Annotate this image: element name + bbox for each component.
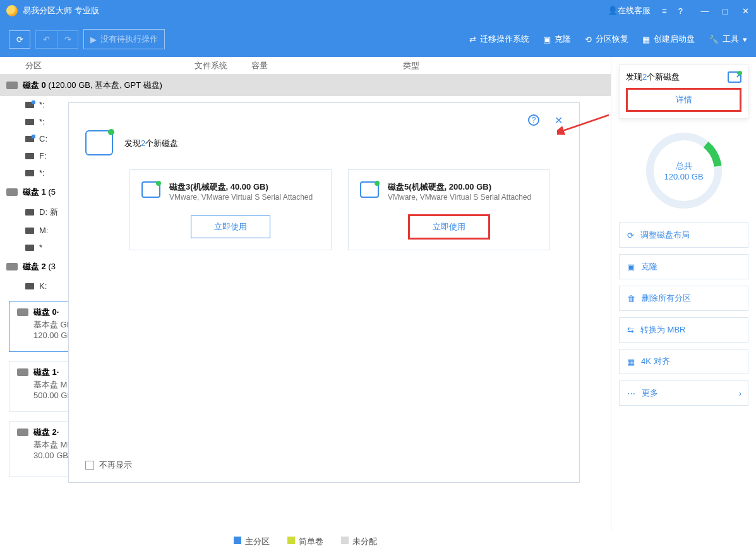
clone-icon: ▣	[627, 262, 635, 272]
pending-ops: ▶ 没有待执行操作	[83, 29, 165, 49]
disk-icon	[6, 188, 18, 196]
notif-text: 发现2个新磁盘	[626, 71, 680, 83]
new-disk-card: 磁盘3(机械硬盘, 40.00 GB)VMware, VMware Virtua…	[129, 169, 332, 250]
clone-button[interactable]: ▣ 克隆	[543, 33, 571, 45]
more-icon: ⋯	[627, 389, 635, 398]
use-now-button[interactable]: 立即使用	[409, 216, 489, 238]
tools-button[interactable]: 🔧 工具 ▾	[709, 33, 747, 45]
side-panel: ✕ 发现2个新磁盘 详情 总共120.00 GB ⟳调整磁盘布局 ▣克隆 🗑删除…	[611, 57, 756, 530]
redo-button[interactable]: ↷	[57, 30, 78, 49]
app-title: 易我分区大师 专业版	[23, 5, 99, 16]
menu-icon[interactable]: ≡	[662, 6, 667, 16]
refresh-icon: ⟳	[627, 231, 634, 240]
disk-icon	[17, 368, 28, 376]
app-logo-icon	[6, 5, 18, 16]
disk-row[interactable]: 磁盘 0 (120.00 GB, 基本盘, GPT 磁盘)	[0, 75, 611, 96]
col-partition: 分区	[0, 60, 189, 71]
drive-icon	[25, 136, 34, 142]
usage-donut: 总共120.00 GB	[619, 126, 748, 215]
disk-icon	[728, 71, 741, 83]
new-disk-card: 磁盘5(机械硬盘, 200.00 GB)VMware, VMware Virtu…	[348, 169, 550, 250]
drive-icon	[25, 245, 34, 251]
disk-icon	[85, 130, 113, 155]
modal-close-icon[interactable]: ✕	[555, 114, 563, 126]
chevron-right-icon: ›	[739, 389, 741, 398]
help-icon[interactable]: ?	[678, 6, 683, 16]
recover-button[interactable]: ⟲ 分区恢复	[585, 33, 628, 45]
modal-title: 发现2个新磁盘	[124, 137, 178, 149]
col-type: 类型	[398, 60, 611, 71]
disk-icon	[17, 428, 28, 436]
drive-icon	[25, 209, 34, 216]
convert-icon: ⇆	[627, 325, 634, 335]
noshow-checkbox[interactable]	[85, 461, 94, 470]
notif-detail-button[interactable]: 详情	[626, 88, 741, 112]
action-adjust-layout[interactable]: ⟳调整磁盘布局	[619, 222, 748, 248]
new-disk-modal: ? ✕ 发现2个新磁盘 磁盘3(机械硬盘, 40.00 GB)VMware, V…	[68, 102, 580, 483]
refresh-button[interactable]: ⟳	[9, 30, 30, 49]
minimize-icon[interactable]: —	[700, 6, 709, 15]
disk-icon	[17, 308, 28, 316]
close-icon[interactable]: ✕	[741, 6, 750, 15]
online-service-link[interactable]: 👤在线客服	[608, 5, 651, 16]
noshow-label: 不再显示	[99, 459, 132, 471]
trash-icon: 🗑	[627, 294, 635, 303]
action-clone[interactable]: ▣克隆	[619, 254, 748, 279]
col-cap: 容量	[246, 60, 398, 71]
drive-icon	[25, 102, 34, 108]
disk-icon	[6, 82, 18, 89]
new-disk-notification: ✕ 发现2个新磁盘 详情	[619, 64, 748, 119]
legend: 主分区 简单卷 未分配	[0, 530, 611, 553]
boot-disk-button[interactable]: ▦ 创建启动盘	[642, 33, 695, 45]
action-4k-align[interactable]: ▦4K 对齐	[619, 349, 748, 374]
use-now-button[interactable]: 立即使用	[191, 216, 270, 238]
align-icon: ▦	[627, 357, 635, 367]
action-convert-mbr[interactable]: ⇆转换为 MBR	[619, 317, 748, 343]
undo-button[interactable]: ↶	[35, 30, 57, 49]
drive-icon	[25, 153, 34, 159]
drive-icon	[25, 170, 34, 176]
drive-icon	[25, 119, 34, 125]
disk-icon	[141, 181, 160, 198]
drive-icon	[25, 228, 34, 234]
titlebar: 易我分区大师 专业版 👤在线客服 ≡ ? — ◻ ✕	[0, 0, 756, 21]
maximize-icon[interactable]: ◻	[721, 6, 729, 15]
col-fs: 文件系统	[189, 60, 246, 71]
modal-help-icon[interactable]: ?	[528, 114, 539, 126]
disk-icon	[6, 263, 18, 270]
disk-icon	[360, 181, 379, 198]
action-more[interactable]: ⋯更多›	[619, 380, 748, 406]
action-delete-all[interactable]: 🗑删除所有分区	[619, 286, 748, 311]
drive-icon	[25, 283, 34, 289]
table-header: 分区 文件系统 容量 类型	[0, 57, 611, 75]
migrate-os-button[interactable]: ⇄ 迁移操作系统	[469, 33, 529, 45]
toolbar: ⟳ ↶ ↷ ▶ 没有待执行操作 ⇄ 迁移操作系统 ▣ 克隆 ⟲ 分区恢复 ▦ 创…	[0, 21, 756, 57]
